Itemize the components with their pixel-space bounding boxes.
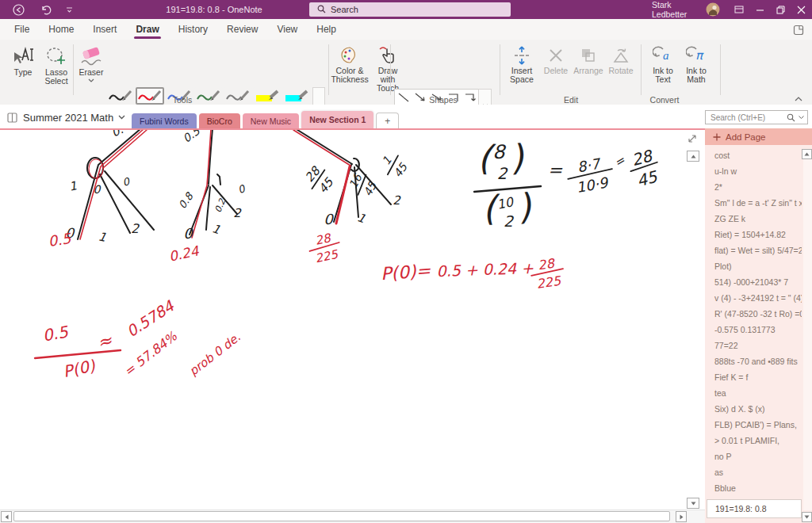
arrange-button[interactable]: Arrange [573, 46, 604, 75]
titlebar-search-box[interactable]: Search [309, 2, 511, 17]
page-item[interactable]: u-ln w [705, 163, 802, 179]
page-item[interactable]: R' (47-8520 -32 t Ro) =0 [705, 306, 802, 322]
scroll-left-button[interactable] [1, 511, 12, 522]
tab-insert[interactable]: Insert [85, 19, 124, 40]
svg-text:1: 1 [355, 210, 367, 226]
insert-space-button[interactable]: Insert Space [506, 46, 538, 84]
page-item[interactable]: Bblue [705, 480, 802, 496]
page-item[interactable]: tea [705, 385, 802, 401]
restore-button[interactable] [770, 0, 791, 19]
full-page-view-icon[interactable] [793, 25, 804, 39]
page-item[interactable]: -0.575 0.131773 [705, 322, 802, 338]
delete-button[interactable]: Delete [541, 46, 571, 75]
add-section-button[interactable]: + [376, 113, 399, 128]
ink-to-text-icon: a [653, 46, 673, 65]
section-tab-new-music[interactable]: New Music [243, 113, 299, 128]
section-tab-new-section-1[interactable]: New Section 1 [301, 111, 373, 128]
lasso-icon [45, 46, 67, 67]
user-name[interactable]: Stark Ledbetter [652, 0, 701, 19]
svg-text:prob 0 de.: prob 0 de. [186, 330, 243, 378]
svg-text:P(0): P(0) [61, 356, 98, 381]
svg-text:a: a [663, 49, 669, 62]
tab-help[interactable]: Help [308, 19, 344, 40]
page-item[interactable]: as [705, 464, 802, 480]
page-item[interactable]: Plot) [705, 258, 802, 274]
page-item[interactable]: 888ts -70 and •889 fits [705, 353, 802, 369]
page-item[interactable]: no P [705, 449, 802, 464]
palette-icon [339, 46, 360, 65]
ink-to-math-button[interactable]: π Ink to Math [680, 46, 712, 84]
sidebar-scrollbar[interactable] [803, 149, 812, 510]
page-item[interactable]: cost [705, 147, 802, 163]
page-list-pane: Add Page costu-ln w2*Sm" l de = a -t' Z … [705, 128, 812, 523]
eraser-button[interactable]: Eraser [76, 46, 106, 82]
ribbon-tab-bar: File Home Insert Draw History Review Vie… [0, 19, 812, 40]
page-item[interactable]: v (4) - -3+24192 t = " (4) [705, 290, 802, 306]
page-item[interactable]: ZG ZE k [705, 211, 802, 227]
page-item[interactable]: Sm" l de = a -t' Z sin" t x C [705, 195, 802, 211]
section-tab-biocro[interactable]: BioCro [199, 113, 240, 128]
scroll-right-button[interactable] [676, 511, 687, 522]
canvas-scroll-down-button[interactable] [687, 498, 699, 509]
notebook-switcher[interactable]: Summer 2021 Math [6, 108, 125, 127]
tab-file[interactable]: File [6, 19, 37, 40]
svg-text:0: 0 [94, 183, 102, 196]
tab-draw[interactable]: Draw [128, 19, 167, 40]
page-search-box[interactable]: Search (Ctrl+E) [705, 110, 808, 124]
insert-space-icon [512, 46, 531, 65]
canvas-scroll-up-button[interactable] [687, 151, 699, 162]
tab-history[interactable]: History [170, 19, 216, 40]
color-thickness-button[interactable]: Color & Thickness [331, 46, 368, 84]
page-item[interactable]: 2* [705, 179, 802, 195]
tab-review[interactable]: Review [219, 19, 266, 40]
avatar[interactable] [706, 2, 720, 20]
svg-text:0: 0 [236, 182, 248, 197]
search-icon [787, 113, 795, 122]
delete-icon [547, 46, 565, 65]
ribbon-options-icon[interactable] [729, 0, 749, 19]
rotate-button[interactable]: Rotate [606, 46, 636, 75]
notebook-name: Summer 2021 Math [23, 112, 113, 124]
add-page-button[interactable]: Add Page [705, 128, 812, 145]
page-item[interactable]: 77=22 [705, 338, 802, 353]
sidebar-scroll-up-button[interactable] [802, 149, 812, 159]
highlighter-swatch[interactable] [253, 87, 282, 105]
svg-text:): ) [508, 136, 527, 178]
expand-page-icon[interactable] [687, 133, 698, 147]
page-item[interactable]: FLB) PCAIB') = Plans, [705, 417, 802, 433]
quick-access-icon[interactable] [57, 0, 81, 19]
collapse-ribbon-icon[interactable] [795, 90, 802, 105]
sidebar-scroll-down-button[interactable] [802, 512, 812, 522]
page-item-selected[interactable]: 191=19.8: 0.8 [707, 499, 802, 518]
page-item[interactable]: > 0.01 t PLAMIFI, [705, 433, 802, 449]
page-item[interactable]: 514) -000+21043* 7 [705, 274, 802, 290]
svg-text:28: 28 [630, 146, 656, 170]
tab-home[interactable]: Home [40, 19, 82, 40]
close-button[interactable] [791, 0, 811, 19]
svg-text:0.24: 0.24 [167, 242, 201, 265]
ink-to-text-button[interactable]: a Ink to Text [647, 46, 679, 84]
svg-text:1: 1 [210, 221, 222, 237]
ribbon: Type Lasso Select Eraser Tools C [0, 40, 812, 105]
back-icon[interactable] [6, 0, 30, 19]
page-item[interactable]: Fief K = f [705, 369, 802, 385]
type-button[interactable]: Type [8, 46, 38, 77]
horizontal-scrollbar-thumb[interactable] [13, 511, 670, 521]
page-canvas[interactable]: 0.1000120.50.80.20012012(82)(102)==0.50.… [0, 128, 705, 510]
arrange-icon [579, 46, 598, 65]
page-item[interactable]: Riet) = 1504+14.82 [705, 227, 802, 242]
lasso-select-button[interactable]: Lasso Select [40, 46, 73, 86]
undo-icon[interactable] [33, 0, 57, 19]
section-tab-fubini-words[interactable]: Fubini Words [132, 113, 197, 128]
page-item[interactable]: flat) = Wet = silt) 5/47=2 ( [705, 242, 802, 258]
svg-text:2: 2 [131, 221, 140, 236]
draw-with-touch-button[interactable]: Draw with Touch [370, 46, 406, 93]
svg-text:=: = [548, 160, 563, 180]
notebook-bar: Summer 2021 Math Fubini Words BioCro New… [0, 105, 812, 128]
page-item[interactable]: Six) d X. $ (x) [705, 401, 802, 417]
highlighter-swatch[interactable] [282, 87, 311, 105]
svg-text:≈: ≈ [95, 330, 115, 353]
tab-view[interactable]: View [269, 19, 305, 40]
pen-swatch[interactable] [106, 87, 135, 105]
minimize-button[interactable] [749, 0, 770, 19]
